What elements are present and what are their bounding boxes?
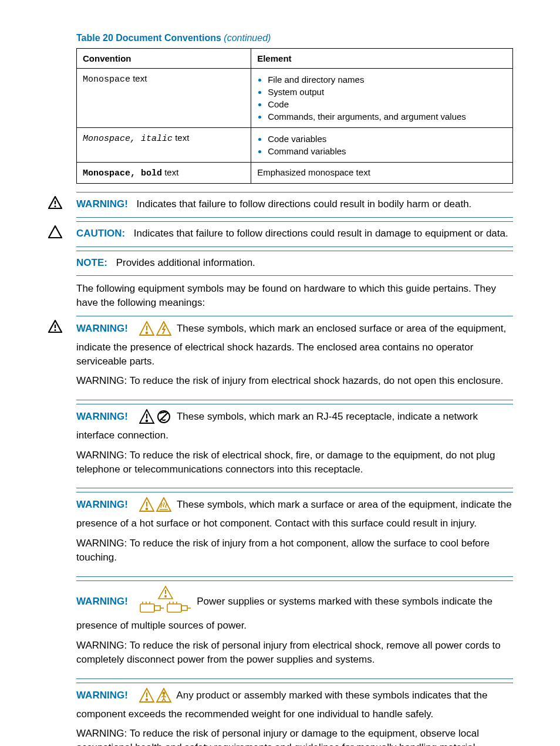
warning-admonition: WARNING! Indicates that failure to follo…: [76, 192, 513, 218]
intro-paragraph: The following equipment symbols may be f…: [76, 282, 513, 310]
svg-rect-21: [167, 604, 181, 612]
warning-label: WARNING!: [76, 411, 128, 422]
svg-point-29: [163, 692, 164, 694]
svg-rect-16: [154, 606, 160, 610]
conv-rest: text: [162, 167, 178, 177]
conv-mono-bold: Monospace, bold: [83, 168, 162, 178]
table-title: Table 20 Document Conventions (continued…: [76, 33, 513, 43]
warning-power: WARNING! Power supplies or systems marke…: [76, 580, 513, 679]
warning-label: WARNING!: [76, 690, 128, 701]
th-convention: Convention: [77, 49, 251, 69]
rj45-symbol-icon: [139, 409, 172, 428]
svg-rect-15: [140, 604, 154, 612]
caution-triangle-icon: [48, 225, 62, 242]
warning-label: WARNING!: [76, 596, 128, 607]
warning-text: Indicates that failure to follow directi…: [137, 198, 472, 210]
element-list: Code variables Command variables: [257, 133, 507, 157]
warning-hot: WARNING! These symbols, which mark a sur…: [76, 492, 513, 576]
th-element: Element: [251, 49, 513, 69]
heavy-weight-symbol-icon: [139, 688, 172, 707]
warning-triangle-icon: [48, 320, 62, 337]
warning-detail: WARNING: To reduce the risk of injury fr…: [76, 536, 513, 565]
table-row: Monospace text File and directory names …: [77, 69, 513, 128]
list-item: File and directory names: [268, 73, 507, 86]
svg-point-5: [146, 332, 147, 334]
conventions-table: Convention Element Monospace text File a…: [76, 48, 513, 184]
page-content: Table 20 Document Conventions (continued…: [0, 0, 560, 746]
svg-point-7: [146, 420, 147, 422]
caution-admonition: CAUTION: Indicates that failure to follo…: [76, 221, 513, 247]
table-title-text: Table 20 Document Conventions: [76, 33, 221, 43]
svg-point-11: [146, 508, 147, 510]
list-item: Code variables: [268, 133, 507, 145]
conv-mono-italic: Monospace, italic: [83, 134, 173, 144]
svg-point-28: [146, 698, 147, 700]
element-list: File and directory names System output C…: [257, 73, 507, 123]
list-item: System output: [268, 86, 507, 98]
warning-label: WARNING!: [76, 323, 128, 334]
conv-mono: Monospace: [83, 75, 130, 85]
warning-detail: WARNING: To reduce the risk of personal …: [76, 727, 513, 746]
shock-symbol-icon: [139, 321, 172, 340]
conv-rest: text: [173, 133, 189, 143]
svg-point-14: [164, 595, 166, 596]
warning-label: WARNING!: [76, 198, 128, 210]
warning-triangle-icon: [48, 196, 62, 213]
note-admonition: NOTE: Provides additional information.: [76, 251, 513, 276]
list-item: Command variables: [268, 145, 507, 157]
warning-detail: WARNING: To reduce the risk of injury fr…: [76, 374, 513, 388]
list-item: Commands, their arguments, and argument …: [268, 110, 507, 123]
hot-surface-symbol-icon: [139, 497, 172, 517]
table-row: Monospace, italic text Code variables Co…: [77, 128, 513, 163]
note-label: NOTE:: [76, 257, 107, 268]
caution-label: CAUTION:: [76, 228, 125, 239]
svg-rect-22: [181, 606, 187, 610]
table-row: Monospace, bold text Emphasized monospac…: [77, 163, 513, 184]
warning-detail: WARNING: To reduce the risk of personal …: [76, 639, 513, 667]
svg-point-3: [55, 329, 56, 331]
warning-label: WARNING!: [76, 499, 128, 510]
warning-text: These symbols, which mark an RJ-45 recep…: [76, 411, 478, 441]
note-text: Provides additional information.: [116, 257, 255, 268]
table-title-continued: (continued): [224, 33, 271, 43]
warning-weight: WARNING! Any product or assembly marked …: [76, 683, 513, 746]
warning-shock: WARNING! These symbols, which mark an en…: [76, 316, 513, 400]
warning-detail: WARNING: To reduce the risk of electrica…: [76, 448, 513, 477]
caution-text: Indicates that failure to follow directi…: [134, 228, 508, 239]
list-item: Code: [268, 98, 507, 110]
warning-rj45: WARNING! These symbols, which mark an RJ…: [76, 404, 513, 488]
conv-rest: text: [130, 73, 147, 83]
svg-point-1: [55, 205, 56, 207]
element-cell: Emphasized monospace text: [251, 163, 513, 184]
warning-text: Any product or assembly marked with thes…: [76, 690, 487, 720]
multi-power-symbol-icon: [139, 586, 192, 619]
